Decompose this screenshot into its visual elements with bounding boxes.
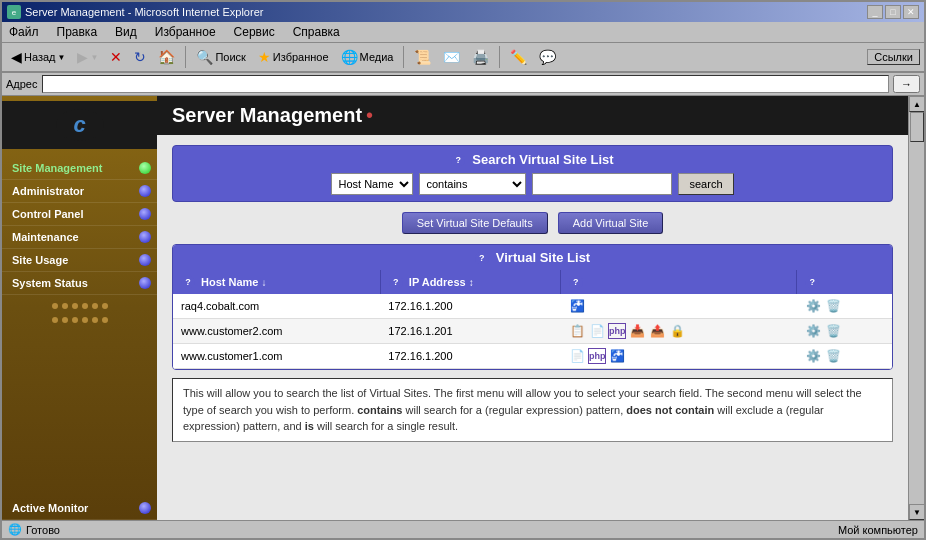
delete-icon-3[interactable]: 🗑️	[825, 348, 843, 364]
mini-dot	[62, 303, 68, 309]
search-value-input[interactable]	[532, 173, 672, 195]
maximize-button[interactable]: □	[885, 5, 901, 19]
print-icon: 🖨️	[472, 49, 489, 65]
settings-icon-2[interactable]: ⚙️	[805, 323, 823, 339]
col-hostname-sort: ? Host Name ↓	[181, 275, 372, 289]
page-title: Server Management	[172, 104, 362, 127]
menu-file[interactable]: Файл	[6, 24, 42, 40]
links-button[interactable]: Ссылки	[867, 49, 920, 65]
settings-icon-3[interactable]: ⚙️	[805, 348, 823, 364]
menu-favorites[interactable]: Избранное	[152, 24, 219, 40]
home-button[interactable]: 🏠	[153, 46, 180, 68]
scroll-down-button[interactable]: ▼	[909, 504, 924, 520]
mini-dot	[82, 303, 88, 309]
history-button[interactable]: 📜	[409, 46, 436, 68]
menu-edit[interactable]: Правка	[54, 24, 101, 40]
menu-tools[interactable]: Сервис	[231, 24, 278, 40]
copy-icon-2[interactable]: 📋	[568, 323, 586, 339]
site-table-body: raq4.cobalt.com 172.16.1.200 🚰	[173, 294, 892, 369]
header-dot: •	[366, 104, 373, 127]
menu-help[interactable]: Справка	[290, 24, 343, 40]
import-icon-2[interactable]: 📥	[628, 323, 646, 339]
content-area: Server Management • ? Search Virtual Sit…	[157, 96, 908, 520]
help-icon-search[interactable]: ?	[451, 153, 465, 167]
sidebar-item-system-status[interactable]: System Status	[2, 272, 157, 295]
search-button[interactable]: search	[678, 173, 733, 195]
export-icon-2[interactable]: 📤	[648, 323, 666, 339]
go-button[interactable]: →	[893, 75, 920, 93]
address-input[interactable]	[42, 75, 890, 93]
delete-icon-2[interactable]: 🗑️	[825, 323, 843, 339]
title-buttons[interactable]: _ □ ✕	[867, 5, 919, 19]
col-ip: ? IP Address ↕	[380, 270, 560, 294]
cell-actions2-3: ⚙️ 🗑️	[797, 344, 892, 369]
col-actions1: ?	[560, 270, 797, 294]
refresh-button[interactable]: ↻	[129, 46, 151, 68]
sort-arrow-hostname[interactable]: ↓	[261, 277, 266, 288]
sidebar-item-site-management[interactable]: Site Management	[2, 157, 157, 180]
help-not-contains-bold: does not contain	[626, 404, 714, 416]
sidebar-item-site-usage[interactable]: Site Usage	[2, 249, 157, 272]
icon-cell-1-2: ⚙️ 🗑️	[805, 298, 884, 314]
scroll-thumb[interactable]	[910, 112, 924, 142]
forward-icon: ▶	[77, 49, 88, 65]
menu-view[interactable]: Вид	[112, 24, 140, 40]
faucet-icon-1[interactable]: 🚰	[568, 298, 586, 314]
dot-control-panel	[139, 208, 151, 220]
php-icon-3[interactable]: php	[588, 348, 606, 364]
stop-button[interactable]: ✕	[105, 46, 127, 68]
print-button[interactable]: 🖨️	[467, 46, 494, 68]
php-icon-2[interactable]: php	[608, 323, 626, 339]
search-button[interactable]: 🔍 Поиск	[191, 46, 250, 68]
scroll-track[interactable]	[909, 112, 924, 504]
mail-icon: ✉️	[443, 49, 460, 65]
search-field-select[interactable]: Host Name IP Address Site Name	[331, 173, 413, 195]
status-right: Мой компьютер	[838, 524, 918, 536]
sidebar-item-administrator[interactable]: Administrator	[2, 180, 157, 203]
sort-arrow-ip[interactable]: ↕	[469, 277, 474, 288]
help-icon-actions1[interactable]: ?	[569, 275, 583, 289]
lock-icon-2[interactable]: 🔒	[668, 323, 686, 339]
cell-hostname-2: www.customer2.com	[173, 319, 380, 344]
edit-button[interactable]: ✏️	[505, 46, 532, 68]
sidebar-label-control-panel: Control Panel	[12, 208, 84, 220]
minimize-button[interactable]: _	[867, 5, 883, 19]
search-condition-select[interactable]: contains does not contain is	[419, 173, 526, 195]
action-buttons-row: Set Virtual Site Defaults Add Virtual Si…	[172, 212, 893, 234]
settings-icon-1[interactable]: ⚙️	[805, 298, 823, 314]
discuss-button[interactable]: 💬	[534, 46, 561, 68]
scroll-up-button[interactable]: ▲	[909, 96, 924, 112]
forward-button[interactable]: ▶ ▼	[72, 46, 103, 68]
doc-icon-2[interactable]: 📄	[588, 323, 606, 339]
delete-icon-1[interactable]: 🗑️	[825, 298, 843, 314]
stop-icon: ✕	[110, 49, 122, 65]
help-icon-hostname[interactable]: ?	[181, 275, 195, 289]
help-icon-list[interactable]: ?	[475, 251, 489, 265]
sidebar-item-control-panel[interactable]: Control Panel	[2, 203, 157, 226]
status-bar: 🌐 Готово Мой компьютер	[2, 520, 924, 538]
vertical-scrollbar[interactable]: ▲ ▼	[908, 96, 924, 520]
faucet-icon-3[interactable]: 🚰	[608, 348, 626, 364]
sidebar-item-active-monitor[interactable]: Active Monitor	[2, 497, 157, 520]
cell-ip-2: 172.16.1.201	[380, 319, 560, 344]
back-button[interactable]: ◀ Назад ▼	[6, 46, 70, 68]
icon-cell-2-1: 📋 📄 php 📥 📤 🔒	[568, 323, 789, 339]
favorites-button[interactable]: ★ Избранное	[253, 46, 334, 68]
icon-cell-3-1: 📄 php 🚰	[568, 348, 789, 364]
search-icon: 🔍	[196, 49, 213, 65]
set-defaults-button[interactable]: Set Virtual Site Defaults	[402, 212, 548, 234]
sidebar-item-maintenance[interactable]: Maintenance	[2, 226, 157, 249]
mini-dot	[52, 317, 58, 323]
help-icon-ip[interactable]: ?	[389, 275, 403, 289]
cell-actions1-3: 📄 php 🚰	[560, 344, 797, 369]
doc-icon-3[interactable]: 📄	[568, 348, 586, 364]
help-icon-actions2[interactable]: ?	[805, 275, 819, 289]
col-ip-sort: ? IP Address ↕	[389, 275, 552, 289]
media-button[interactable]: 🌐 Медиа	[336, 46, 399, 68]
add-virtual-site-button[interactable]: Add Virtual Site	[558, 212, 664, 234]
mail-button[interactable]: ✉️	[438, 46, 465, 68]
title-bar-left: e Server Management - Microsoft Internet…	[7, 5, 263, 19]
mini-dot	[72, 317, 78, 323]
close-button[interactable]: ✕	[903, 5, 919, 19]
cell-hostname-3: www.customer1.com	[173, 344, 380, 369]
